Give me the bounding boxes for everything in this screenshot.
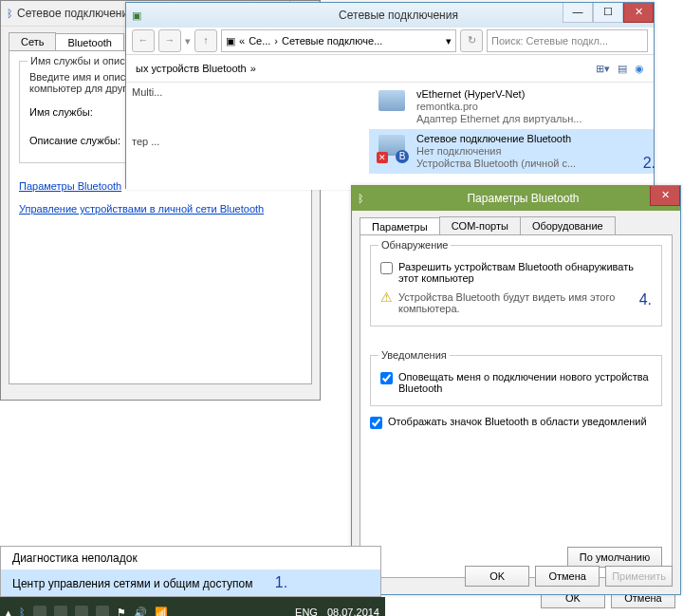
dialog-title: Параметры Bluetooth [467, 192, 579, 205]
bluetooth-icon: ᛒ [358, 193, 364, 204]
date-indicator[interactable]: 08.07.2014 [327, 607, 379, 616]
command-bar: ых устройств Bluetooth » ⊞▾ ▤ ◉ [126, 55, 654, 83]
forward-button[interactable]: → [158, 29, 181, 52]
discovery-group: Обнаружение Разрешить устройствам Blueto… [370, 245, 662, 327]
adapter-icon: ✕ B [377, 133, 411, 163]
refresh-button[interactable]: ↻ [460, 29, 483, 52]
folder-icon: ▣ [132, 9, 141, 22]
flag-icon[interactable]: ⚑ [117, 607, 126, 617]
titlebar[interactable]: ▣ Сетевые подключения — ☐ ✕ [126, 3, 654, 28]
tab-params[interactable]: Параметры [360, 217, 440, 235]
connections-list: vEthernet (HyperV-Net) remontka.pro Адап… [369, 83, 654, 190]
titlebar[interactable]: ᛒ Параметры Bluetooth ✕ [352, 186, 680, 211]
network-context-menu: Диагностика неполадок Центр управления с… [0, 546, 381, 597]
volume-icon[interactable]: 🔊 [134, 607, 147, 617]
help-icon[interactable]: ◉ [635, 63, 644, 75]
name-label: Имя службы: [29, 106, 124, 118]
language-indicator[interactable]: ENG [295, 607, 318, 616]
bluetooth-icon: B [396, 150, 409, 163]
apply-button[interactable]: Применить [605, 566, 673, 587]
disconnected-icon: ✕ [377, 152, 388, 163]
connection-item-bluetooth[interactable]: ✕ B Сетевое подключение Bluetooth Нет по… [369, 129, 654, 174]
up-button[interactable]: ↑ [194, 29, 217, 52]
bluetooth-tray-icon[interactable]: ᛒ [19, 607, 26, 616]
tray-icon[interactable] [33, 606, 46, 616]
connection-item[interactable]: vEthernet (HyperV-Net) remontka.pro Адап… [369, 84, 654, 129]
bluetooth-settings-dialog: ᛒ Параметры Bluetooth ✕ Параметры COM-по… [351, 185, 681, 595]
folder-icon: ▣ [226, 35, 235, 47]
maximize-button[interactable]: ☐ [593, 3, 623, 23]
cancel-button[interactable]: Отмена [535, 566, 600, 587]
tray-icon-checkbox[interactable]: Отображать значок Bluetooth в области ув… [370, 416, 662, 429]
tab-hardware[interactable]: Оборудование [520, 216, 616, 234]
allow-discovery-checkbox[interactable]: Разрешить устройствам Bluetooth обнаружи… [380, 261, 652, 284]
warning-icon: ⚠ [380, 291, 393, 314]
back-button[interactable]: ← [132, 29, 155, 52]
desc-label: Описание службы: [29, 135, 124, 146]
nav-toolbar: ← → ▾ ↑ ▣ « Се...› Сетевые подключе... ▾… [126, 28, 654, 55]
network-tray-icon[interactable]: 📶 [155, 607, 168, 617]
search-input[interactable]: Поиск: Сетевые подкл... [487, 29, 648, 52]
tray-icon[interactable] [54, 606, 67, 616]
annotation-2: 2. [643, 155, 655, 172]
view2-icon[interactable]: ▤ [618, 63, 627, 75]
defaults-button[interactable]: По умолчанию [567, 547, 662, 568]
tab-com[interactable]: COM-порты [439, 216, 521, 234]
menu-diagnose[interactable]: Диагностика неполадок [1, 547, 380, 569]
close-button[interactable]: ✕ [650, 186, 680, 206]
taskbar: ▴ ᛒ ⚑ 🔊 📶 ENG 08.07.2014 ↖ [0, 597, 385, 616]
minimize-button[interactable]: — [563, 3, 593, 23]
notifications-group: Уведомления Оповещать меня о подключении… [370, 355, 662, 406]
network-connections-window: ▣ Сетевые подключения — ☐ ✕ ← → ▾ ↑ ▣ « … [125, 2, 655, 189]
manage-devices-link[interactable]: Управление устройствами в личной сети Bl… [19, 203, 264, 215]
tab-bluetooth[interactable]: Bluetooth [55, 33, 123, 51]
tab-network[interactable]: Сеть [9, 32, 56, 50]
show-hidden-icon[interactable]: ▴ [6, 607, 11, 617]
window-title: Сетевые подключения [339, 9, 458, 22]
cursor-icon: ↖ [255, 608, 274, 616]
tray-icon[interactable] [96, 606, 109, 616]
annotation-4: 4. [639, 291, 652, 314]
bluetooth-icon: ᛒ [7, 8, 13, 19]
taskbar-area: Диагностика неполадок Центр управления с… [0, 546, 385, 616]
tab-content: Обнаружение Разрешить устройствам Blueto… [360, 234, 673, 578]
bluetooth-params-link[interactable]: Параметры Bluetooth [19, 180, 121, 192]
notify-checkbox[interactable]: Оповещать меня о подключении нового устр… [380, 371, 652, 394]
close-button[interactable]: ✕ [623, 3, 654, 23]
view-icon[interactable]: ⊞▾ [596, 63, 610, 75]
annotation-1: 1. [275, 574, 287, 590]
ok-button[interactable]: OK [465, 566, 529, 587]
tray-icon[interactable] [75, 606, 88, 616]
left-pane: Multi... тер ... [126, 83, 369, 190]
adapter-icon [377, 88, 411, 119]
menu-network-center[interactable]: Центр управления сетями и общим доступом… [1, 569, 380, 596]
address-bar[interactable]: ▣ « Се...› Сетевые подключе... ▾ [221, 29, 456, 52]
